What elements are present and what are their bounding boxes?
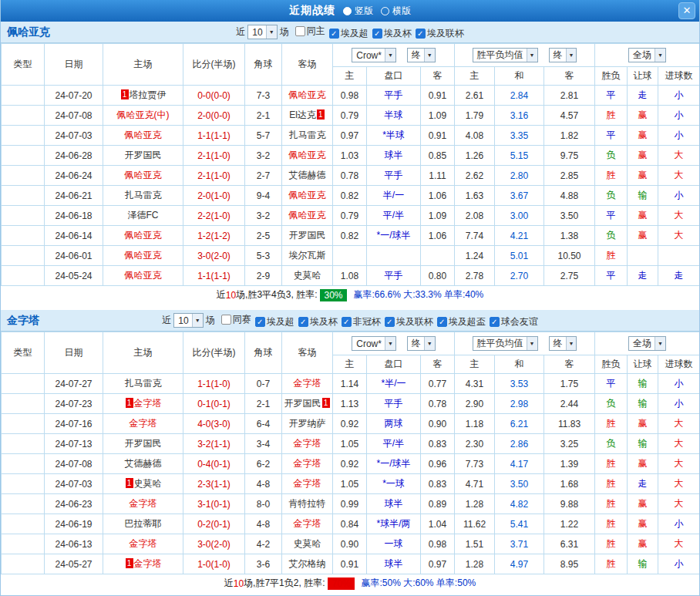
filter-option-非冠杯[interactable]: ✓非冠杯	[342, 315, 381, 328]
away-team[interactable]: 扎马雷克	[282, 126, 333, 146]
away-team[interactable]: 开罗纳萨	[282, 414, 333, 434]
filter-option-球会友谊[interactable]: ✓球会友谊	[490, 315, 538, 328]
bookmaker-select[interactable]: Crow*▼	[352, 48, 396, 62]
home-team[interactable]: 艾德赫德	[103, 454, 183, 474]
avg-final-select[interactable]: 终▼	[549, 48, 577, 62]
match-score[interactable]: 3-2(1-1)	[183, 434, 245, 454]
match-score[interactable]: 1-1(1-1)	[183, 266, 245, 286]
match-score[interactable]: 0-4(0-1)	[183, 454, 245, 474]
avg-final-select[interactable]: 终▼	[549, 336, 577, 351]
away-team[interactable]: 开罗国民1	[282, 394, 333, 414]
home-team[interactable]: 扎马雷克	[103, 186, 183, 206]
away-team[interactable]: 肯特拉特	[282, 494, 333, 514]
home-team[interactable]: 金字塔	[103, 494, 183, 514]
radio-horizontal-layout[interactable]: 横版	[381, 5, 411, 18]
odds-final-select[interactable]: 终▼	[407, 48, 436, 62]
away-team[interactable]: 佩哈亚克	[282, 146, 333, 166]
away-team[interactable]: 金字塔	[282, 474, 333, 494]
away-team[interactable]: 佩哈亚克	[282, 186, 333, 206]
recent-count-select[interactable]: 10▼	[247, 25, 277, 39]
home-team[interactable]: 1金字塔	[103, 394, 183, 414]
home-team[interactable]: 扎马雷克	[103, 374, 183, 394]
match-score[interactable]: 3-1(0-1)	[183, 494, 245, 514]
home-team[interactable]: 1金字塔	[103, 554, 183, 574]
match-score[interactable]: 4-0(3-0)	[183, 414, 245, 434]
away-team[interactable]: 艾尔格纳	[282, 554, 333, 574]
match-score[interactable]: 1-1(1-1)	[183, 126, 245, 146]
home-team[interactable]: 佩哈亚克	[103, 126, 183, 146]
checkbox-checked-icon[interactable]: ✓	[255, 317, 265, 327]
away-team[interactable]: 史莫哈	[282, 534, 333, 554]
filter-option-埃及超盃[interactable]: ✓埃及超盃	[437, 315, 486, 328]
match-score[interactable]: 2-2(1-0)	[183, 206, 245, 226]
away-team[interactable]: 艾德赫德	[282, 166, 333, 186]
checkbox-checked-icon[interactable]: ✓	[372, 29, 382, 39]
match-score[interactable]: 2-1(1-0)	[183, 146, 245, 166]
checkbox-checked-icon[interactable]: ✓	[329, 29, 339, 39]
away-team[interactable]: 金字塔	[282, 434, 333, 454]
home-team[interactable]: 佩哈亚克(中)	[103, 106, 183, 126]
checkbox-checked-icon[interactable]: ✓	[416, 29, 426, 39]
match-score[interactable]: 2-3(1-1)	[183, 474, 245, 494]
scope-select[interactable]: 全场▼	[628, 336, 666, 351]
away-team[interactable]: 金字塔	[282, 374, 333, 394]
home-team[interactable]: 泽德FC	[103, 206, 183, 226]
bookmaker-select[interactable]: Crow*▼	[352, 336, 396, 351]
filter-option-埃及超[interactable]: ✓埃及超	[255, 315, 294, 328]
match-score[interactable]: 1-1(1-0)	[183, 374, 245, 394]
away-team[interactable]: 埃尔瓦斯	[282, 246, 333, 266]
filter-option-埃及杯[interactable]: ✓埃及杯	[372, 27, 412, 40]
checkbox-checked-icon[interactable]: ✓	[342, 317, 352, 327]
filter-option-埃及联杯[interactable]: ✓埃及联杯	[416, 27, 464, 40]
avg-select[interactable]: 胜平负均值▼	[473, 336, 538, 351]
checkbox-checked-icon[interactable]: ✓	[385, 317, 395, 327]
home-team[interactable]: 巴拉蒂耶	[103, 514, 183, 534]
home-team[interactable]: 佩哈亚克	[103, 246, 183, 266]
match-score[interactable]: 1-0(1-0)	[183, 554, 245, 574]
home-team[interactable]: 1塔拉贾伊	[103, 86, 183, 106]
filter-option-埃及杯[interactable]: ✓埃及杯	[298, 315, 338, 328]
away-team[interactable]: El达克1	[282, 106, 333, 126]
checkbox-checked-icon[interactable]: ✓	[298, 317, 308, 327]
match-score[interactable]: 0-1(0-1)	[183, 394, 245, 414]
away-team[interactable]: 开罗国民	[282, 226, 333, 246]
match-score[interactable]: 2-0(0-0)	[183, 106, 245, 126]
home-team[interactable]: 佩哈亚克	[103, 266, 183, 286]
recent-count-select[interactable]: 10▼	[173, 313, 203, 328]
filter-option-同主[interactable]: 同主	[295, 25, 325, 38]
match-score[interactable]: 2-1(1-0)	[183, 166, 245, 186]
checkbox-checked-icon[interactable]: ✓	[437, 317, 447, 327]
match-score[interactable]: 2-0(1-0)	[183, 186, 245, 206]
home-team[interactable]: 金字塔	[103, 534, 183, 554]
avg-select[interactable]: 胜平负均值▼	[473, 48, 538, 62]
home-team[interactable]: 佩哈亚克	[103, 226, 183, 246]
checkbox-unchecked-icon[interactable]	[221, 315, 231, 325]
radio-vertical-layout[interactable]: 竖版	[343, 5, 373, 18]
match-score[interactable]: 3-0(2-0)	[183, 246, 245, 266]
radio-icon[interactable]	[343, 7, 352, 15]
away-team[interactable]: 佩哈亚克	[282, 86, 333, 106]
away-team[interactable]: 史莫哈	[282, 266, 333, 286]
home-team[interactable]: 开罗国民	[103, 434, 183, 454]
filter-option-同赛[interactable]: 同赛	[221, 313, 251, 326]
home-team[interactable]: 1史莫哈	[103, 474, 183, 494]
match-score[interactable]: 3-0(2-0)	[183, 534, 245, 554]
scope-select[interactable]: 全场▼	[628, 48, 666, 62]
close-icon[interactable]: ✕	[678, 2, 695, 19]
table-row: 埃及超 24-07-08 佩哈亚克(中) 2-0(0-0) 2-1 El达克1 …	[2, 106, 700, 126]
match-score[interactable]: 0-2(0-1)	[183, 514, 245, 534]
match-score[interactable]: 0-0(0-0)	[183, 86, 245, 106]
home-team[interactable]: 佩哈亚克	[103, 166, 183, 186]
radio-icon[interactable]	[381, 7, 389, 15]
away-team[interactable]: 佩哈亚克	[282, 206, 333, 226]
checkbox-unchecked-icon[interactable]	[295, 26, 305, 36]
match-score[interactable]: 1-2(1-2)	[183, 226, 245, 246]
away-team[interactable]: 金字塔	[282, 454, 333, 474]
filter-option-埃及超[interactable]: ✓埃及超	[329, 27, 369, 40]
filter-option-埃及联杯[interactable]: ✓埃及联杯	[385, 315, 433, 328]
home-team[interactable]: 开罗国民	[103, 146, 183, 166]
odds-final-select[interactable]: 终▼	[407, 336, 436, 351]
away-team[interactable]: 金字塔	[282, 514, 333, 534]
checkbox-checked-icon[interactable]: ✓	[490, 317, 500, 327]
home-team[interactable]: 金字塔	[103, 414, 183, 434]
